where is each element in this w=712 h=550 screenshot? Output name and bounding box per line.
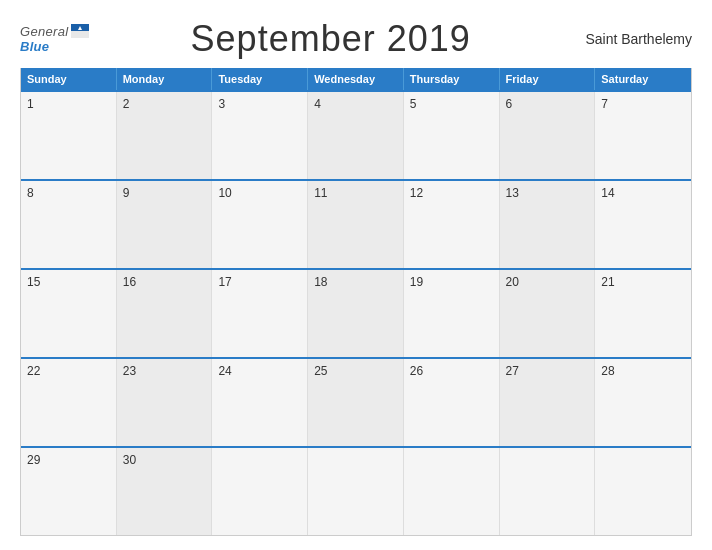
day-cell (595, 448, 691, 535)
day-number: 7 (601, 97, 608, 111)
day-cell: 12 (404, 181, 500, 268)
weekday-monday: Monday (117, 68, 213, 90)
day-cell: 2 (117, 92, 213, 179)
day-cell (500, 448, 596, 535)
day-cell: 26 (404, 359, 500, 446)
day-number: 21 (601, 275, 614, 289)
day-cell: 21 (595, 270, 691, 357)
week-row-2: 891011121314 (21, 179, 691, 268)
weekday-tuesday: Tuesday (212, 68, 308, 90)
day-number: 10 (218, 186, 231, 200)
day-number: 30 (123, 453, 136, 467)
day-number: 13 (506, 186, 519, 200)
day-number: 1 (27, 97, 34, 111)
day-number: 6 (506, 97, 513, 111)
day-number: 12 (410, 186, 423, 200)
day-cell: 10 (212, 181, 308, 268)
day-number: 29 (27, 453, 40, 467)
day-cell: 11 (308, 181, 404, 268)
day-cell: 5 (404, 92, 500, 179)
day-cell (404, 448, 500, 535)
day-number: 19 (410, 275, 423, 289)
day-cell: 27 (500, 359, 596, 446)
day-cell: 23 (117, 359, 213, 446)
day-cell: 20 (500, 270, 596, 357)
day-number: 26 (410, 364, 423, 378)
day-number: 11 (314, 186, 327, 200)
day-number: 17 (218, 275, 231, 289)
weekday-saturday: Saturday (595, 68, 691, 90)
weekday-wednesday: Wednesday (308, 68, 404, 90)
day-number: 9 (123, 186, 130, 200)
day-number: 15 (27, 275, 40, 289)
day-cell: 13 (500, 181, 596, 268)
weekday-sunday: Sunday (21, 68, 117, 90)
day-number: 28 (601, 364, 614, 378)
day-number: 25 (314, 364, 327, 378)
day-number: 23 (123, 364, 136, 378)
calendar-page: General Blue September 2019 Saint Barthe… (0, 0, 712, 550)
day-cell (308, 448, 404, 535)
day-number: 5 (410, 97, 417, 111)
day-number: 3 (218, 97, 225, 111)
day-cell: 28 (595, 359, 691, 446)
day-cell: 24 (212, 359, 308, 446)
day-cell: 16 (117, 270, 213, 357)
header: General Blue September 2019 Saint Barthe… (20, 18, 692, 60)
weekdays-row: SundayMondayTuesdayWednesdayThursdayFrid… (21, 68, 691, 90)
day-cell: 19 (404, 270, 500, 357)
day-cell: 18 (308, 270, 404, 357)
day-cell: 1 (21, 92, 117, 179)
day-number: 16 (123, 275, 136, 289)
logo-blue-text: Blue (20, 39, 49, 54)
day-cell: 3 (212, 92, 308, 179)
logo: General Blue (20, 24, 89, 54)
day-cell: 8 (21, 181, 117, 268)
day-number: 27 (506, 364, 519, 378)
day-number: 2 (123, 97, 130, 111)
day-cell: 4 (308, 92, 404, 179)
logo-general-text: General (20, 24, 68, 39)
day-cell: 15 (21, 270, 117, 357)
day-cell: 14 (595, 181, 691, 268)
calendar-grid: SundayMondayTuesdayWednesdayThursdayFrid… (20, 68, 692, 536)
day-number: 4 (314, 97, 321, 111)
weekday-thursday: Thursday (404, 68, 500, 90)
day-number: 18 (314, 275, 327, 289)
day-cell: 22 (21, 359, 117, 446)
day-cell: 25 (308, 359, 404, 446)
day-number: 22 (27, 364, 40, 378)
day-cell: 17 (212, 270, 308, 357)
day-cell: 7 (595, 92, 691, 179)
logo-flag-icon (71, 24, 89, 38)
week-row-5: 2930 (21, 446, 691, 535)
week-row-3: 15161718192021 (21, 268, 691, 357)
calendar-title: September 2019 (89, 18, 572, 60)
day-cell: 9 (117, 181, 213, 268)
weekday-friday: Friday (500, 68, 596, 90)
week-row-4: 22232425262728 (21, 357, 691, 446)
day-cell: 29 (21, 448, 117, 535)
week-row-1: 1234567 (21, 90, 691, 179)
day-number: 14 (601, 186, 614, 200)
day-cell: 30 (117, 448, 213, 535)
weeks-container: 1234567891011121314151617181920212223242… (21, 90, 691, 535)
day-number: 24 (218, 364, 231, 378)
country-label: Saint Barthelemy (572, 31, 692, 47)
day-cell (212, 448, 308, 535)
day-cell: 6 (500, 92, 596, 179)
day-number: 8 (27, 186, 34, 200)
day-number: 20 (506, 275, 519, 289)
svg-rect-1 (71, 31, 89, 38)
